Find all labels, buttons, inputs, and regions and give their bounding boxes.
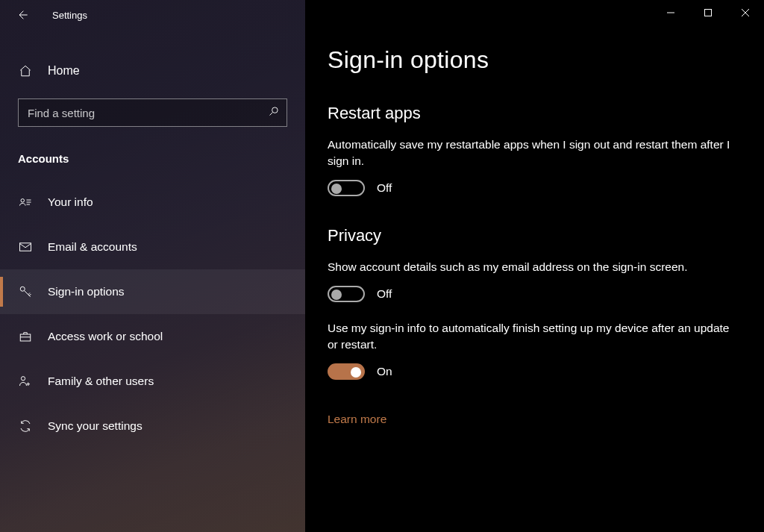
search-icon <box>268 106 279 120</box>
section-restart-apps: Restart apps Automatically save my resta… <box>328 104 742 196</box>
app-title: Settings <box>52 10 87 21</box>
sidebar-item-label: Your info <box>48 195 93 209</box>
mail-icon <box>18 240 33 254</box>
sidebar-item-label: Sign-in options <box>48 285 125 298</box>
sidebar-nav: Your info Email & accounts Sign-in optio… <box>0 180 305 448</box>
svg-rect-4 <box>20 334 31 341</box>
privacy-toggle-2-row: On <box>328 363 742 380</box>
section-heading-restart-apps: Restart apps <box>328 104 742 123</box>
restart-apps-toggle[interactable] <box>328 180 365 196</box>
sidebar-item-label: Sync your settings <box>48 419 143 433</box>
toggle-knob <box>331 184 342 194</box>
toggle-knob <box>351 367 361 378</box>
key-icon <box>18 285 33 298</box>
auto-finish-setup-toggle[interactable] <box>328 363 365 380</box>
section-heading-privacy: Privacy <box>328 226 742 245</box>
search-box[interactable] <box>18 98 287 127</box>
privacy-desc-2: Use my sign-in info to automatically fin… <box>328 320 730 353</box>
titlebar-left: Settings <box>0 0 305 30</box>
svg-point-3 <box>20 287 25 291</box>
svg-rect-6 <box>705 10 712 16</box>
back-button[interactable] <box>7 0 37 30</box>
svg-point-5 <box>21 377 25 381</box>
privacy-toggle-1-label: Off <box>377 287 392 301</box>
section-privacy: Privacy Show account details such as my … <box>328 226 742 426</box>
sidebar-item-label: Family & other users <box>48 375 154 388</box>
window-controls <box>652 0 764 25</box>
home-icon <box>18 64 33 78</box>
sidebar-section-heading: Accounts <box>18 152 287 165</box>
toggle-knob <box>331 290 342 300</box>
sidebar-item-label: Access work or school <box>48 330 163 343</box>
maximize-icon <box>704 8 713 17</box>
arrow-left-icon <box>16 9 28 21</box>
sidebar-item-email-accounts[interactable]: Email & accounts <box>0 225 305 269</box>
restart-apps-desc: Automatically save my restartable apps w… <box>328 137 730 169</box>
minimize-icon <box>666 8 675 17</box>
sidebar-item-sign-in-options[interactable]: Sign-in options <box>0 269 305 314</box>
home-label: Home <box>48 64 80 78</box>
restart-apps-toggle-row: Off <box>328 180 742 196</box>
privacy-setting-show-details: Show account details such as my email ad… <box>328 259 742 302</box>
sidebar-item-family-other-users[interactable]: Family & other users <box>0 359 305 404</box>
main-pane: Sign-in options Restart apps Automatical… <box>305 0 764 532</box>
privacy-toggle-1-row: Off <box>328 286 742 302</box>
svg-point-1 <box>21 199 25 203</box>
search-input[interactable] <box>28 107 268 119</box>
privacy-desc-1: Show account details such as my email ad… <box>328 259 730 275</box>
briefcase-icon <box>18 330 33 343</box>
sidebar-item-label: Email & accounts <box>48 240 137 254</box>
sidebar-item-access-work-school[interactable]: Access work or school <box>0 314 305 359</box>
show-account-details-toggle[interactable] <box>328 286 365 302</box>
sidebar-home[interactable]: Home <box>0 54 305 88</box>
sidebar-item-sync-settings[interactable]: Sync your settings <box>0 404 305 448</box>
page-title: Sign-in options <box>328 46 742 74</box>
minimize-button[interactable] <box>652 0 689 25</box>
close-button[interactable] <box>727 0 764 25</box>
people-add-icon <box>18 375 33 388</box>
close-icon <box>741 8 750 17</box>
person-card-icon <box>18 195 33 209</box>
restart-apps-toggle-label: Off <box>377 181 392 195</box>
svg-point-0 <box>272 107 278 113</box>
sync-icon <box>18 419 33 433</box>
privacy-toggle-2-label: On <box>377 365 392 378</box>
sidebar-item-your-info[interactable]: Your info <box>0 180 305 225</box>
svg-rect-2 <box>20 243 31 251</box>
sidebar: Settings Home Accounts Your info <box>0 0 305 532</box>
learn-more-link[interactable]: Learn more <box>328 413 386 426</box>
maximize-button[interactable] <box>689 0 727 25</box>
privacy-setting-auto-finish: Use my sign-in info to automatically fin… <box>328 320 742 380</box>
